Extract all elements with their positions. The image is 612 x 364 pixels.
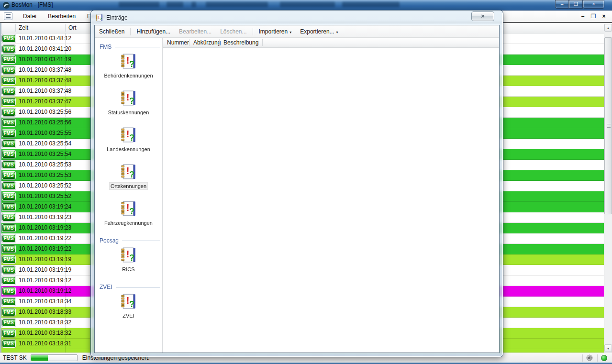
sidebar-item-zvei[interactable]: !?ZVEI <box>95 293 162 320</box>
fms-badge: FMS <box>2 109 15 116</box>
badge-cell: FMS <box>1 140 16 147</box>
zeit-cell: 10.01.2010 03:48:12 <box>16 33 66 44</box>
badge-cell: FMS <box>1 235 16 242</box>
mdi-child-icon[interactable] <box>4 12 12 20</box>
zeit-cell: 10.01.2010 03:18:31 <box>16 339 66 349</box>
badge-cell: FMS <box>1 330 16 337</box>
background-window-ghost <box>206 2 268 7</box>
badge-cell: FMS <box>1 35 16 42</box>
fms-badge: FMS <box>2 130 15 137</box>
badge-cell: FMS <box>1 203 16 210</box>
sidebar-section-title: FMS <box>100 44 111 50</box>
badge-cell: FMS <box>1 214 16 221</box>
svg-text:?: ? <box>129 253 134 263</box>
badge-cell: FMS <box>1 298 16 305</box>
svg-text:?: ? <box>129 299 134 309</box>
sidebar-item-label: Ortskennungen <box>110 183 147 189</box>
export-dropdown-button[interactable]: Exportieren...▾ <box>296 26 342 37</box>
sidebar-item-landeskennungen[interactable]: !?Landeskennungen <box>95 127 162 153</box>
zeit-cell: 10.01.2010 03:25:54 <box>16 139 66 149</box>
fms-badge: FMS <box>2 88 15 95</box>
sidebar-section-header: FMS <box>100 44 160 50</box>
entries-notebook-icon: !? <box>121 53 137 69</box>
badge-cell: FMS <box>1 340 16 347</box>
status-channel-label: TEST SK <box>0 354 31 361</box>
import-dropdown-button[interactable]: Importieren▾ <box>255 26 296 37</box>
svg-text:?: ? <box>100 17 102 21</box>
sidebar-section-title: Pocsag <box>100 237 119 244</box>
column-header-beschreibung[interactable]: Beschreibung <box>220 38 263 47</box>
badge-cell: FMS <box>1 256 16 263</box>
column-header-nummer[interactable]: Nummer <box>163 38 189 47</box>
zeit-cell: 10.01.2010 03:25:52 <box>16 181 66 191</box>
scroll-down-button[interactable]: ▼ <box>604 344 612 352</box>
maximize-button[interactable]: ❐ <box>569 0 583 9</box>
badge-cell: FMS <box>1 88 16 95</box>
zeit-cell: 10.01.2010 03:37:48 <box>16 65 66 75</box>
sidebar-item-label: Fahrzeugkennungen <box>103 220 154 226</box>
zeit-cell: 10.01.2010 03:18:33 <box>16 307 66 317</box>
dialog-toolbar: Schließen Hinzufügen... Bearbeiten... Lö… <box>95 25 499 38</box>
entries-notebook-icon: !? <box>121 200 137 217</box>
badge-cell: FMS <box>1 277 16 284</box>
column-header-abkuerzung[interactable]: Abkürzung <box>189 38 220 47</box>
zeit-cell: 10.01.2010 03:25:52 <box>16 191 66 201</box>
dialog-close-button[interactable]: × <box>471 11 494 21</box>
sidebar-section-header: ZVEI <box>100 284 160 290</box>
speaker-icon[interactable] <box>586 354 594 361</box>
scroll-up-button[interactable]: ▲ <box>604 24 612 32</box>
fms-badge: FMS <box>2 287 15 295</box>
scrollbar-thumb[interactable] <box>604 37 612 214</box>
vertical-scrollbar[interactable]: ▲ ▼ <box>604 24 612 353</box>
close-dialog-button[interactable]: Schließen <box>95 26 129 37</box>
sidebar-item-label: Statuskennungen <box>107 109 150 116</box>
badge-cell: FMS <box>1 119 16 126</box>
badge-cell: FMS <box>1 56 16 63</box>
zeit-cell: 10.01.2010 03:41:19 <box>16 55 66 65</box>
connection-status-led <box>601 355 607 361</box>
signal-progress-bar <box>31 354 78 361</box>
add-entry-button[interactable]: Hinzufügen... <box>132 26 175 37</box>
fms-badge: FMS <box>2 193 15 200</box>
sidebar-item-ortskennungen[interactable]: !?Ortskennungen <box>95 164 162 190</box>
entries-list: Nummer Abkürzung Beschreibung <box>163 38 499 353</box>
badge-cell: FMS <box>1 266 16 274</box>
mdi-window-controls: – ❐ × <box>578 11 609 21</box>
column-header-badge <box>1 23 16 33</box>
menu-datei[interactable]: Datei <box>17 11 42 22</box>
svg-text:?: ? <box>129 207 134 216</box>
mdi-close-button[interactable]: × <box>599 11 609 21</box>
close-button[interactable]: × <box>583 0 604 9</box>
zeit-cell: 10.01.2010 03:25:53 <box>16 170 66 180</box>
fms-badge: FMS <box>2 224 15 232</box>
zeit-cell: 10.01.2010 03:41:20 <box>16 44 66 54</box>
column-header-zeit[interactable]: Zeit <box>16 23 66 33</box>
badge-cell: FMS <box>1 66 16 74</box>
fms-badge: FMS <box>2 66 15 74</box>
fms-badge: FMS <box>2 35 15 42</box>
chevron-down-icon: ▾ <box>336 30 338 34</box>
badge-cell: FMS <box>1 45 16 53</box>
svg-text:?: ? <box>129 133 134 143</box>
zeit-cell: 10.01.2010 03:19:22 <box>16 233 66 243</box>
entries-notebook-icon: !? <box>121 293 137 309</box>
sidebar-item-rics[interactable]: !?RICS <box>95 247 162 273</box>
minimize-button[interactable]: – <box>555 0 569 9</box>
zeit-cell: 10.01.2010 03:18:32 <box>16 328 66 338</box>
mdi-restore-button[interactable]: ❐ <box>588 11 599 21</box>
fms-badge: FMS <box>2 161 15 168</box>
sidebar-item-statuskennungen[interactable]: !?Statuskennungen <box>95 90 162 116</box>
sidebar-item-behördenkennungen[interactable]: !?Behördenkennungen <box>95 53 162 79</box>
zeit-cell: 10.01.2010 03:25:53 <box>16 160 66 170</box>
entries-list-body <box>163 48 499 353</box>
mdi-minimize-button[interactable]: – <box>578 11 588 21</box>
fms-badge: FMS <box>2 98 15 105</box>
dialog-titlebar[interactable]: ! ? Einträge × <box>91 11 503 25</box>
delete-entry-button: Löschen... <box>216 26 251 37</box>
category-sidebar: FMS!?Behördenkennungen!?Statuskennungen!… <box>95 38 163 353</box>
fms-badge: FMS <box>2 266 15 274</box>
menu-bearbeiten[interactable]: Bearbeiten <box>42 11 81 22</box>
section-divider-line <box>115 47 160 47</box>
fms-badge: FMS <box>2 256 15 263</box>
sidebar-item-fahrzeugkennungen[interactable]: !?Fahrzeugkennungen <box>95 200 162 227</box>
